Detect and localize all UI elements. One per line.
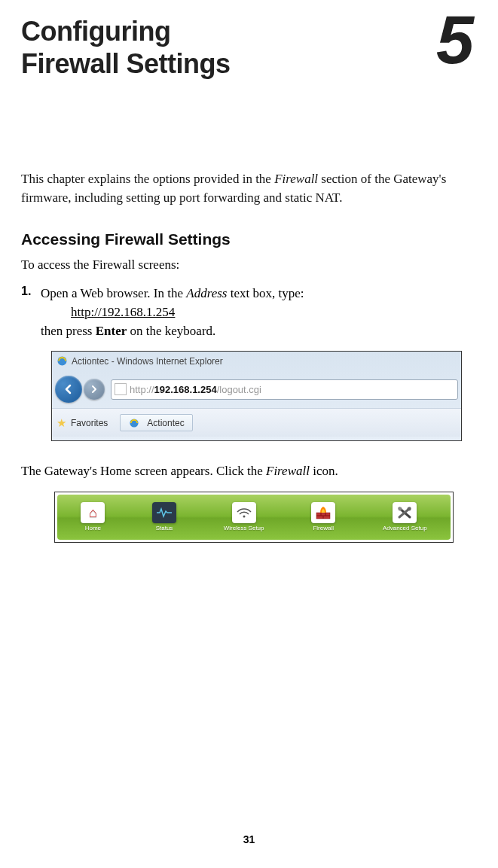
favorites-label[interactable]: Favorites	[71, 418, 108, 428]
url-main: 192.168.1.254	[154, 384, 217, 395]
navbar-screenshot: ⌂ Home Status Wireless Setup Firewall	[54, 492, 454, 543]
home-icon: ⌂	[81, 502, 105, 523]
config-url: http://192.168.1.254	[71, 305, 175, 319]
url-prefix: http://	[130, 384, 154, 395]
chapter-number: 5	[436, 11, 474, 69]
page-header: Configuring Firewall Settings 5	[21, 15, 477, 80]
browser-screenshot: Actiontec - Windows Internet Explorer ht…	[51, 351, 462, 441]
address-bar[interactable]: http://192.168.1.254/logout.cgi	[111, 379, 458, 400]
tab-label: Actiontec	[147, 418, 184, 428]
nav-home[interactable]: ⌂ Home	[81, 502, 105, 531]
tab-ie-icon	[128, 417, 139, 428]
ie-toolbar: http://192.168.1.254/logout.cgi	[52, 370, 461, 408]
browser-tab[interactable]: Actiontec	[120, 414, 192, 431]
firewall-icon-italic: Firewall	[266, 464, 310, 478]
firewall-icon	[311, 502, 335, 523]
status-icon	[152, 502, 176, 523]
wireless-icon	[232, 502, 256, 523]
intro-paragraph: This chapter explains the options provid…	[21, 170, 477, 207]
svg-point-8	[399, 507, 402, 511]
ie-window: Actiontec - Windows Internet Explorer ht…	[52, 352, 461, 440]
ie-logo-icon	[57, 355, 68, 367]
svg-point-9	[408, 507, 411, 511]
section-heading: Accessing Firewall Settings	[21, 230, 477, 248]
enter-bold: Enter	[96, 324, 127, 338]
url-suffix: /logout.cgi	[217, 384, 261, 395]
favorites-bar: ★ Favorites Actiontec	[52, 408, 461, 437]
nav-status-label: Status	[156, 525, 173, 531]
nav-home-label: Home	[85, 525, 101, 531]
page-icon	[115, 383, 127, 395]
page-number: 31	[243, 833, 255, 845]
forward-button[interactable]	[84, 379, 105, 400]
chapter-title-line1: Configuring	[21, 16, 170, 47]
nav-status[interactable]: Status	[152, 502, 176, 531]
access-text: To access the Firewall screens:	[21, 256, 477, 275]
step-number: 1.	[21, 285, 41, 340]
nav-wireless-label: Wireless Setup	[224, 525, 264, 531]
nav-wireless[interactable]: Wireless Setup	[224, 502, 264, 531]
step-body: Open a Web browser. In the Address text …	[41, 285, 304, 340]
gateway-text: The Gateway's Home screen appears. Click…	[21, 462, 477, 481]
firewall-italic: Firewall	[274, 172, 318, 186]
favorites-star-icon[interactable]: ★	[57, 416, 66, 430]
tools-icon	[393, 502, 417, 523]
gateway-navbar: ⌂ Home Status Wireless Setup Firewall	[57, 495, 451, 540]
nav-firewall-label: Firewall	[313, 525, 334, 531]
nav-advanced-label: Advanced Setup	[383, 525, 427, 531]
ie-titlebar: Actiontec - Windows Internet Explorer	[52, 352, 461, 370]
svg-point-2	[243, 516, 245, 518]
step-1: 1. Open a Web browser. In the Address te…	[21, 285, 477, 340]
nav-advanced[interactable]: Advanced Setup	[383, 502, 427, 531]
address-italic: Address	[186, 286, 227, 300]
nav-firewall[interactable]: Firewall	[311, 502, 335, 531]
back-button[interactable]	[55, 376, 82, 403]
chapter-title: Configuring Firewall Settings	[21, 15, 231, 80]
ie-title-text: Actiontec - Windows Internet Explorer	[72, 356, 223, 367]
chapter-title-line2: Firewall Settings	[21, 48, 231, 79]
